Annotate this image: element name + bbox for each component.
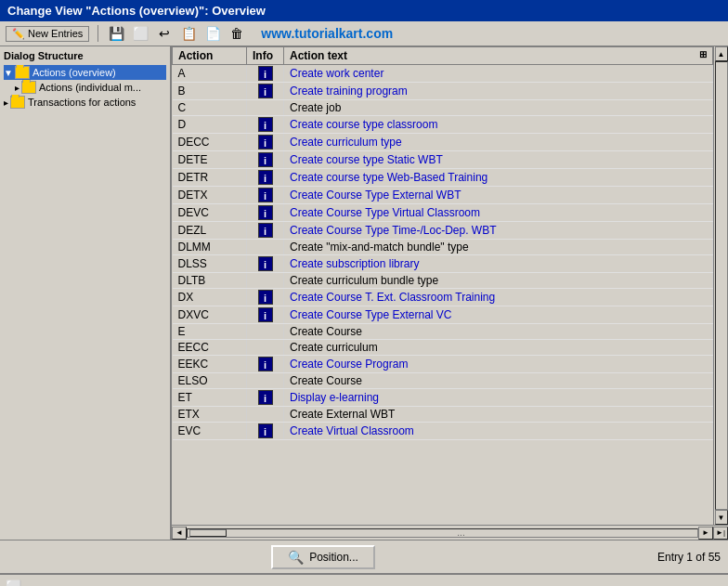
info-icon[interactable]: i: [258, 117, 273, 132]
cell-action: EECC: [173, 340, 247, 356]
table-row[interactable]: EEKCiCreate Course Program: [173, 356, 713, 373]
tree-item-actions-individual[interactable]: ▸ Actions (individual m...: [15, 80, 166, 95]
title-bar: Change View "Actions (overview)": Overvi…: [0, 0, 728, 21]
cell-action-text: Create Course Type Virtual Classroom: [284, 204, 713, 222]
table-row[interactable]: ETiDisplay e-learning: [173, 389, 713, 407]
main-content: Dialog Structure ▼ Actions (overview) ▸ …: [0, 46, 728, 540]
scroll-far-right-button[interactable]: ►|: [713, 527, 728, 540]
table-row[interactable]: EECCCreate curriculum: [173, 340, 713, 356]
tree-item-actions-overview[interactable]: ▼ Actions (overview): [4, 65, 166, 80]
table-scroll[interactable]: Action Info Action text ⊞ AiCrea: [172, 46, 713, 525]
cell-info: [247, 407, 284, 423]
cell-info: [247, 100, 284, 116]
scroll-down-button[interactable]: ▼: [715, 510, 728, 525]
vertical-scrollbar[interactable]: ▲ ▼: [713, 46, 728, 525]
cell-action-text: Create External WBT: [284, 407, 713, 423]
info-icon[interactable]: i: [258, 357, 273, 371]
cell-action: DXVC: [173, 306, 247, 324]
scroll-right-button[interactable]: ►: [698, 527, 713, 540]
cell-info: i: [247, 169, 284, 187]
cell-action: ETX: [173, 407, 247, 423]
cell-action: E: [173, 324, 247, 340]
h-scroll-track[interactable]: ...: [187, 528, 698, 538]
cell-action-text: Create course type classroom: [284, 116, 713, 134]
cell-info: i: [247, 83, 284, 100]
cell-action: DETE: [173, 151, 247, 169]
cell-action-text: Create Virtual Classroom: [284, 423, 713, 440]
col-header-action-text: Action text ⊞: [284, 47, 713, 65]
table-row[interactable]: DLMMCreate "mix-and-match bundle" type: [173, 240, 713, 255]
col-resize-icon[interactable]: ⊞: [699, 49, 707, 59]
cell-action-text: Create subscription library: [284, 255, 713, 273]
delete-icon[interactable]: 🗑: [228, 24, 246, 43]
cell-info: i: [247, 116, 284, 134]
cell-action-text: Create curriculum bundle type: [284, 273, 713, 289]
table-row[interactable]: DXVCiCreate Course Type External VC: [173, 306, 713, 324]
info-icon[interactable]: i: [258, 170, 273, 185]
table-row[interactable]: BiCreate training program: [173, 83, 713, 100]
info-icon[interactable]: i: [258, 423, 273, 438]
tree-arrow-actions-individual: ▸: [15, 83, 20, 93]
info-icon[interactable]: i: [258, 152, 273, 167]
watermark: www.tutorialkart.com: [261, 26, 393, 41]
info-icon[interactable]: i: [258, 188, 273, 202]
cell-info: i: [247, 204, 284, 222]
cell-info: i: [247, 289, 284, 306]
cell-action-text: Create course type Static WBT: [284, 151, 713, 169]
scroll-up-button[interactable]: ▲: [715, 46, 728, 61]
table-row[interactable]: AiCreate work center: [173, 65, 713, 83]
info-icon[interactable]: i: [258, 223, 273, 238]
copy-icon[interactable]: ⬜: [131, 24, 150, 43]
table-row[interactable]: DXiCreate Course T. Ext. Classroom Train…: [173, 289, 713, 306]
paste-icon[interactable]: 📄: [203, 24, 222, 43]
cell-action-text: Create curriculum: [284, 340, 713, 356]
table-row[interactable]: DECCiCreate curriculum type: [173, 134, 713, 151]
window-title: Change View "Actions (overview)": Overvi…: [7, 4, 266, 18]
pencil-icon: ✏️: [12, 28, 25, 40]
table-row[interactable]: ELSOCreate Course: [173, 373, 713, 389]
table-row[interactable]: ETXCreate External WBT: [173, 407, 713, 423]
table-row[interactable]: DETEiCreate course type Static WBT: [173, 151, 713, 169]
cell-info: i: [247, 65, 284, 83]
scroll-track[interactable]: [715, 61, 728, 510]
cell-action: C: [173, 100, 247, 116]
save-icon[interactable]: 💾: [107, 24, 125, 43]
table-row[interactable]: EVCiCreate Virtual Classroom: [173, 423, 713, 440]
info-icon[interactable]: i: [258, 135, 273, 150]
info-icon[interactable]: i: [258, 256, 273, 271]
scroll-left-button[interactable]: ◄: [172, 527, 187, 540]
cell-info: i: [247, 151, 284, 169]
table-row[interactable]: DEVCiCreate Course Type Virtual Classroo…: [173, 204, 713, 222]
copy2-icon[interactable]: 📋: [179, 24, 198, 43]
info-icon[interactable]: i: [258, 66, 273, 81]
folder-icon-transactions: [10, 96, 25, 109]
cell-action: DEZL: [173, 222, 247, 240]
table-row[interactable]: DiCreate course type classroom: [173, 116, 713, 134]
cell-info: i: [247, 423, 284, 440]
tree-label-actions-individual: Actions (individual m...: [39, 82, 141, 93]
table-row[interactable]: DETXiCreate Course Type External WBT: [173, 187, 713, 204]
table-row[interactable]: DETRiCreate course type Web-Based Traini…: [173, 169, 713, 187]
table-row[interactable]: DEZLiCreate Course Type Time-/Loc-Dep. W…: [173, 222, 713, 240]
cell-info: i: [247, 187, 284, 204]
tree-item-transactions[interactable]: ▸ Transactions for actions: [4, 95, 166, 110]
horizontal-scrollbar[interactable]: ◄ ... ► ►|: [172, 526, 728, 540]
table-row[interactable]: CCreate job: [173, 100, 713, 116]
new-entries-button[interactable]: ✏️ New Entries: [6, 26, 89, 42]
cell-action: DETX: [173, 187, 247, 204]
table-row[interactable]: ECreate Course: [173, 324, 713, 340]
table-row[interactable]: DLTBCreate curriculum bundle type: [173, 273, 713, 289]
info-icon[interactable]: i: [258, 390, 273, 405]
undo-icon[interactable]: ↩: [155, 24, 174, 43]
cell-action-text: Create "mix-and-match bundle" type: [284, 240, 713, 255]
info-icon[interactable]: i: [258, 205, 273, 220]
status-icon: ⬜: [6, 579, 21, 586]
h-scroll-thumb[interactable]: [189, 529, 227, 537]
position-button[interactable]: 🔍 Position...: [271, 545, 375, 569]
info-icon[interactable]: i: [258, 84, 273, 98]
info-icon[interactable]: i: [258, 290, 273, 305]
col-header-action: Action: [173, 47, 247, 65]
cell-action: D: [173, 116, 247, 134]
table-row[interactable]: DLSSiCreate subscription library: [173, 255, 713, 273]
info-icon[interactable]: i: [258, 307, 273, 322]
